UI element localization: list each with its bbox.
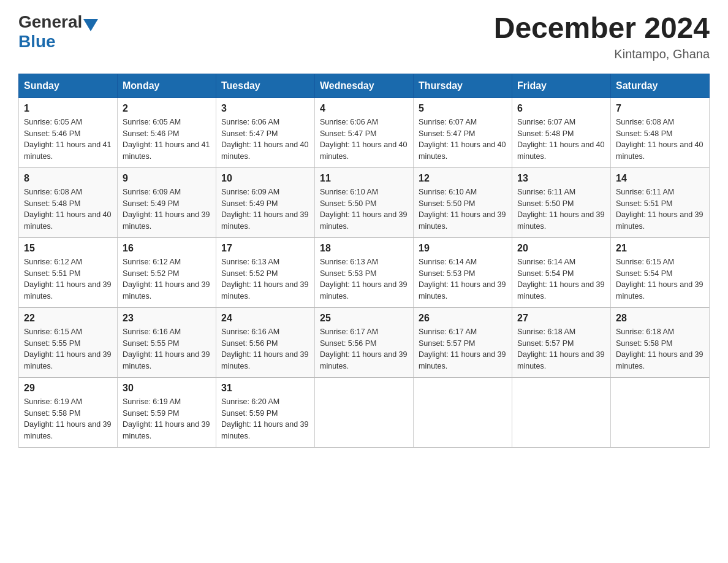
calendar-body: 1Sunrise: 6:05 AMSunset: 5:46 PMDaylight… [19, 98, 710, 447]
calendar-cell: 6Sunrise: 6:07 AMSunset: 5:48 PMDaylight… [512, 98, 611, 167]
day-number: 18 [320, 243, 408, 254]
week-row-4: 22Sunrise: 6:15 AMSunset: 5:55 PMDayligh… [19, 307, 710, 377]
month-title: December 2024 [494, 12, 710, 45]
calendar-cell: 5Sunrise: 6:07 AMSunset: 5:47 PMDaylight… [414, 98, 512, 167]
header-thursday: Thursday [414, 74, 512, 98]
day-info: Sunrise: 6:11 AMSunset: 5:50 PMDaylight:… [517, 186, 605, 232]
calendar-cell: 2Sunrise: 6:05 AMSunset: 5:46 PMDaylight… [118, 98, 216, 167]
day-number: 26 [419, 313, 507, 324]
day-number: 5 [419, 103, 507, 114]
header-saturday: Saturday [611, 74, 710, 98]
day-info: Sunrise: 6:13 AMSunset: 5:52 PMDaylight:… [221, 256, 309, 302]
day-number: 6 [517, 103, 605, 114]
day-info: Sunrise: 6:16 AMSunset: 5:56 PMDaylight:… [221, 326, 309, 372]
day-number: 8 [24, 173, 112, 184]
calendar-cell: 27Sunrise: 6:18 AMSunset: 5:57 PMDayligh… [512, 307, 611, 377]
day-info: Sunrise: 6:15 AMSunset: 5:55 PMDaylight:… [24, 326, 112, 372]
calendar-cell: 14Sunrise: 6:11 AMSunset: 5:51 PMDayligh… [611, 167, 710, 237]
calendar-cell: 22Sunrise: 6:15 AMSunset: 5:55 PMDayligh… [19, 307, 118, 377]
header-friday: Friday [512, 74, 611, 98]
day-info: Sunrise: 6:17 AMSunset: 5:57 PMDaylight:… [419, 326, 507, 372]
day-number: 12 [419, 173, 507, 184]
calendar-cell: 10Sunrise: 6:09 AMSunset: 5:49 PMDayligh… [216, 167, 315, 237]
day-number: 14 [616, 173, 704, 184]
calendar-cell: 9Sunrise: 6:09 AMSunset: 5:49 PMDaylight… [118, 167, 216, 237]
day-number: 3 [221, 103, 309, 114]
day-number: 28 [616, 313, 704, 324]
calendar-cell: 21Sunrise: 6:15 AMSunset: 5:54 PMDayligh… [611, 237, 710, 307]
calendar-cell: 26Sunrise: 6:17 AMSunset: 5:57 PMDayligh… [414, 307, 512, 377]
day-info: Sunrise: 6:10 AMSunset: 5:50 PMDaylight:… [320, 186, 408, 232]
calendar-cell: 30Sunrise: 6:19 AMSunset: 5:59 PMDayligh… [118, 377, 216, 447]
day-number: 15 [24, 243, 112, 254]
day-number: 27 [517, 313, 605, 324]
logo-arrow-icon [83, 19, 98, 31]
header-row: SundayMondayTuesdayWednesdayThursdayFrid… [19, 74, 710, 98]
day-number: 7 [616, 103, 704, 114]
day-info: Sunrise: 6:13 AMSunset: 5:53 PMDaylight:… [320, 256, 408, 302]
calendar-cell: 15Sunrise: 6:12 AMSunset: 5:51 PMDayligh… [19, 237, 118, 307]
day-number: 2 [123, 103, 211, 114]
calendar-cell: 19Sunrise: 6:14 AMSunset: 5:53 PMDayligh… [414, 237, 512, 307]
day-info: Sunrise: 6:09 AMSunset: 5:49 PMDaylight:… [123, 186, 211, 232]
day-number: 29 [24, 383, 112, 394]
calendar-cell: 29Sunrise: 6:19 AMSunset: 5:58 PMDayligh… [19, 377, 118, 447]
logo: General Blue [18, 12, 99, 52]
day-info: Sunrise: 6:07 AMSunset: 5:47 PMDaylight:… [419, 117, 507, 163]
day-info: Sunrise: 6:15 AMSunset: 5:54 PMDaylight:… [616, 256, 704, 302]
day-number: 17 [221, 243, 309, 254]
calendar-cell: 13Sunrise: 6:11 AMSunset: 5:50 PMDayligh… [512, 167, 611, 237]
calendar-cell: 7Sunrise: 6:08 AMSunset: 5:48 PMDaylight… [611, 98, 710, 167]
calendar-cell [315, 377, 414, 447]
day-number: 20 [517, 243, 605, 254]
day-number: 9 [123, 173, 211, 184]
day-number: 1 [24, 103, 112, 114]
day-info: Sunrise: 6:11 AMSunset: 5:51 PMDaylight:… [616, 186, 704, 232]
calendar-cell: 4Sunrise: 6:06 AMSunset: 5:47 PMDaylight… [315, 98, 414, 167]
calendar-cell: 17Sunrise: 6:13 AMSunset: 5:52 PMDayligh… [216, 237, 315, 307]
calendar-cell: 3Sunrise: 6:06 AMSunset: 5:47 PMDaylight… [216, 98, 315, 167]
header-monday: Monday [118, 74, 216, 98]
day-number: 21 [616, 243, 704, 254]
week-row-5: 29Sunrise: 6:19 AMSunset: 5:58 PMDayligh… [19, 377, 710, 447]
calendar-cell: 31Sunrise: 6:20 AMSunset: 5:59 PMDayligh… [216, 377, 315, 447]
day-info: Sunrise: 6:19 AMSunset: 5:59 PMDaylight:… [123, 396, 211, 442]
calendar-cell: 18Sunrise: 6:13 AMSunset: 5:53 PMDayligh… [315, 237, 414, 307]
day-number: 22 [24, 313, 112, 324]
calendar-cell: 1Sunrise: 6:05 AMSunset: 5:46 PMDaylight… [19, 98, 118, 167]
day-info: Sunrise: 6:17 AMSunset: 5:56 PMDaylight:… [320, 326, 408, 372]
header-sunday: Sunday [19, 74, 118, 98]
day-number: 19 [419, 243, 507, 254]
day-info: Sunrise: 6:18 AMSunset: 5:57 PMDaylight:… [517, 326, 605, 372]
day-info: Sunrise: 6:16 AMSunset: 5:55 PMDaylight:… [123, 326, 211, 372]
day-info: Sunrise: 6:05 AMSunset: 5:46 PMDaylight:… [24, 117, 112, 163]
day-number: 16 [123, 243, 211, 254]
calendar-cell: 23Sunrise: 6:16 AMSunset: 5:55 PMDayligh… [118, 307, 216, 377]
calendar-cell: 16Sunrise: 6:12 AMSunset: 5:52 PMDayligh… [118, 237, 216, 307]
day-number: 25 [320, 313, 408, 324]
day-info: Sunrise: 6:19 AMSunset: 5:58 PMDaylight:… [24, 396, 112, 442]
day-info: Sunrise: 6:20 AMSunset: 5:59 PMDaylight:… [221, 396, 309, 442]
header-tuesday: Tuesday [216, 74, 315, 98]
day-info: Sunrise: 6:09 AMSunset: 5:49 PMDaylight:… [221, 186, 309, 232]
day-info: Sunrise: 6:10 AMSunset: 5:50 PMDaylight:… [419, 186, 507, 232]
day-info: Sunrise: 6:05 AMSunset: 5:46 PMDaylight:… [123, 117, 211, 163]
day-info: Sunrise: 6:08 AMSunset: 5:48 PMDaylight:… [24, 186, 112, 232]
calendar-cell: 11Sunrise: 6:10 AMSunset: 5:50 PMDayligh… [315, 167, 414, 237]
day-number: 23 [123, 313, 211, 324]
day-info: Sunrise: 6:07 AMSunset: 5:48 PMDaylight:… [517, 117, 605, 163]
day-info: Sunrise: 6:14 AMSunset: 5:54 PMDaylight:… [517, 256, 605, 302]
day-info: Sunrise: 6:06 AMSunset: 5:47 PMDaylight:… [221, 117, 309, 163]
header-wednesday: Wednesday [315, 74, 414, 98]
day-number: 10 [221, 173, 309, 184]
day-number: 31 [221, 383, 309, 394]
calendar-cell: 12Sunrise: 6:10 AMSunset: 5:50 PMDayligh… [414, 167, 512, 237]
calendar-table: SundayMondayTuesdayWednesdayThursdayFrid… [18, 74, 710, 448]
day-info: Sunrise: 6:12 AMSunset: 5:51 PMDaylight:… [24, 256, 112, 302]
calendar-cell: 28Sunrise: 6:18 AMSunset: 5:58 PMDayligh… [611, 307, 710, 377]
week-row-2: 8Sunrise: 6:08 AMSunset: 5:48 PMDaylight… [19, 167, 710, 237]
day-number: 30 [123, 383, 211, 394]
day-info: Sunrise: 6:08 AMSunset: 5:48 PMDaylight:… [616, 117, 704, 163]
calendar-cell [414, 377, 512, 447]
day-info: Sunrise: 6:18 AMSunset: 5:58 PMDaylight:… [616, 326, 704, 372]
